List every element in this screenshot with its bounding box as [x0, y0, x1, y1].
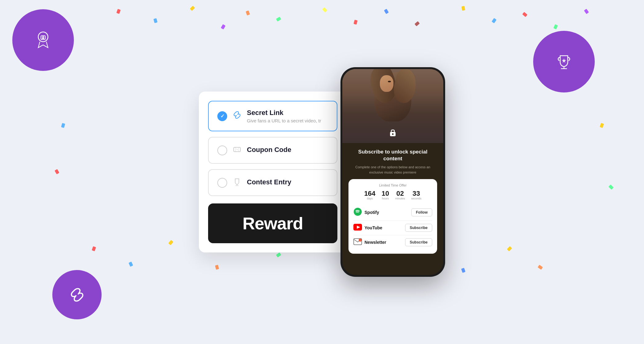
youtube-subscribe-button[interactable]: Subscribe	[405, 224, 432, 232]
svg-text:%: %	[236, 148, 238, 151]
timer-minutes-value: 02	[395, 190, 405, 197]
option-coupon-code[interactable]: % Coupon Code	[208, 137, 337, 164]
newsletter-left: ! Newsletter	[353, 238, 386, 246]
platform-row-youtube: YouTube Subscribe	[353, 221, 432, 235]
reward-label: Reward	[220, 213, 325, 233]
main-content: Secret Link Give fans a URL to a secret …	[0, 0, 644, 344]
spotify-left: Spotify	[353, 207, 379, 217]
coupon-code-title: Coupon Code	[247, 146, 328, 154]
phone-content: Subscribe to unlock special content Comp…	[342, 143, 443, 275]
secret-link-icon	[233, 111, 241, 121]
newsletter-name: Newsletter	[364, 240, 386, 245]
reward-banner: Reward	[208, 203, 337, 243]
lock-icon	[389, 128, 397, 139]
newsletter-icon: !	[353, 238, 362, 246]
newsletter-subscribe-button[interactable]: Subscribe	[405, 238, 432, 246]
coupon-code-content: Coupon Code	[247, 146, 328, 155]
platform-row-newsletter: ! Newsletter Subscribe	[353, 235, 432, 249]
radio-contest-entry[interactable]	[217, 178, 227, 188]
timer-card: Limited Time Offer 164 days 10 hours	[348, 179, 437, 254]
timer-minutes: 02 minutes	[395, 190, 405, 200]
youtube-icon	[353, 224, 362, 232]
timer-days: 164 days	[364, 190, 376, 200]
secret-link-desc: Give fans a URL to a secret video, tr	[247, 118, 328, 123]
timer-seconds: 33 seconds	[411, 190, 422, 200]
radio-coupon-code[interactable]	[217, 145, 227, 155]
subscribe-desc: Complete one of the options below and ac…	[348, 165, 437, 175]
timer-seconds-label: seconds	[411, 197, 422, 200]
timer-days-label: days	[364, 197, 376, 200]
content-wrapper: Secret Link Give fans a URL to a secret …	[199, 67, 445, 277]
option-secret-link[interactable]: Secret Link Give fans a URL to a secret …	[208, 101, 337, 131]
timer-days-value: 164	[364, 190, 376, 197]
contest-entry-title: Contest Entry	[247, 178, 328, 186]
contest-entry-icon	[233, 177, 241, 188]
left-panel: Secret Link Give fans a URL to a secret …	[199, 92, 347, 252]
timer-hours-label: hours	[382, 197, 389, 200]
timer-hours-value: 10	[382, 190, 389, 197]
option-contest-entry[interactable]: Contest Entry	[208, 169, 337, 196]
limited-offer-label: Limited Time Offer	[353, 183, 432, 187]
timer-minutes-label: minutes	[395, 197, 405, 200]
svg-point-15	[354, 208, 362, 216]
youtube-name: YouTube	[364, 225, 382, 230]
phone-inner: Subscribe to unlock special content Comp…	[342, 69, 443, 275]
platform-row-spotify: Spotify Follow	[353, 204, 432, 221]
radio-secret-link[interactable]	[217, 111, 227, 121]
coupon-code-icon: %	[233, 145, 241, 156]
spotify-name: Spotify	[364, 210, 379, 215]
timer-row: 164 days 10 hours 02 minutes	[353, 190, 432, 200]
secret-link-content: Secret Link Give fans a URL to a secret …	[247, 109, 328, 123]
spotify-icon	[353, 207, 362, 217]
timer-seconds-value: 33	[411, 190, 422, 197]
svg-point-14	[392, 133, 394, 135]
secret-link-title: Secret Link	[247, 109, 328, 117]
spotify-follow-button[interactable]: Follow	[411, 208, 432, 216]
subscribe-title: Subscribe to unlock special content	[348, 149, 437, 162]
youtube-left: YouTube	[353, 224, 382, 232]
phone-mockup: Subscribe to unlock special content Comp…	[340, 67, 445, 277]
contest-entry-content: Contest Entry	[247, 178, 328, 187]
phone-hero-image	[342, 69, 443, 143]
timer-hours: 10 hours	[382, 190, 389, 200]
